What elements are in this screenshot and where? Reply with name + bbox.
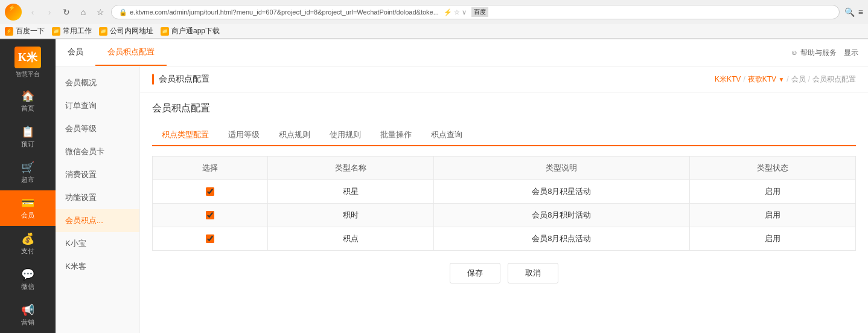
home-icon: 🏠: [21, 89, 34, 103]
col-header-name: 类型名称: [267, 157, 433, 180]
top-nav: 会员 会员积点配置 ☺ 帮助与服务 显示: [56, 39, 868, 66]
cell-status-3: 启用: [690, 227, 856, 251]
sub-sidebar-overview[interactable]: 会员概况: [56, 71, 139, 94]
forward-button[interactable]: ›: [43, 6, 56, 18]
cell-name-2: 积时: [267, 204, 433, 227]
page-title: 会员积点配置: [159, 74, 209, 85]
breadcrumb-sep2: /: [787, 75, 788, 83]
sub-sidebar-wechat-card[interactable]: 微信会员卡: [56, 140, 139, 163]
payment-label: 支付: [21, 247, 34, 256]
supermarket-label: 超市: [21, 175, 34, 184]
cell-desc-3: 会员8月积点活动: [433, 227, 689, 251]
help-button[interactable]: ☺ 帮助与服务: [791, 48, 837, 58]
sidebar: K米 智慧平台 🏠 首页 📋 预订 🛒 超市 💳 会员 💰 支付: [0, 39, 56, 333]
url-bar[interactable]: 🔒 e.ktvme.com/admin/jump/tourl.html?menu…: [111, 5, 840, 19]
sidebar-item-supermarket[interactable]: 🛒 超市: [0, 155, 56, 190]
tab-apply-level[interactable]: 适用等级: [219, 124, 269, 145]
cell-status-2: 启用: [690, 204, 856, 227]
tab-points-type[interactable]: 积点类型配置: [152, 124, 219, 145]
back-button[interactable]: ‹: [27, 6, 39, 18]
sub-sidebar-k-treasure[interactable]: K小宝: [56, 232, 139, 255]
sidebar-item-home[interactable]: 🏠 首页: [0, 83, 56, 119]
data-table: 选择 类型名称 类型说明 类型状态: [152, 156, 856, 251]
sub-sidebar-consume-settings[interactable]: 消费设置: [56, 163, 139, 186]
checkbox-row2[interactable]: [206, 211, 214, 219]
page-header: 会员积点配置 K米KTV / 夜歌KTV ▼ / 会员 / 会员积点配置: [140, 66, 868, 92]
browser-chrome: ⚡ ‹ › ↻ ⌂ ☆ 🔒 e.ktvme.com/admin/jump/tou…: [0, 0, 868, 39]
sub-sidebar-function-settings[interactable]: 功能设置: [56, 186, 139, 209]
col-header-select: 选择: [153, 157, 268, 180]
logo-icon: K米: [14, 47, 41, 68]
breadcrumb-sep3: /: [808, 75, 810, 83]
bookmark-common-work[interactable]: 📁 常用工作: [52, 26, 92, 36]
sidebar-item-payment[interactable]: 💰 支付: [0, 226, 56, 262]
title-bar-decoration: [152, 74, 154, 85]
booking-label: 预订: [21, 140, 34, 149]
content-area: 会员概况 订单查询 会员等级 微信会员卡 消费设置 功能设置 会: [56, 66, 868, 333]
main-area: 会员 会员积点配置 ☺ 帮助与服务 显示 会员概况 订单查询: [56, 39, 868, 333]
display-button[interactable]: 显示: [844, 48, 858, 58]
common-work-icon: 📁: [52, 27, 60, 36]
home-button[interactable]: ⌂: [77, 6, 89, 18]
cell-checkbox-3: [153, 227, 268, 251]
breadcrumb-ktv[interactable]: K米KTV: [715, 74, 741, 85]
breadcrumb-night-ktv[interactable]: 夜歌KTV ▼: [748, 74, 785, 85]
sidebar-item-marketing[interactable]: 📢 营销: [0, 297, 56, 333]
breadcrumb-sep1: /: [743, 75, 745, 83]
sub-sidebar-points-config[interactable]: 会员积点...: [56, 209, 139, 232]
supermarket-icon: 🛒: [21, 161, 34, 174]
cell-checkbox-1: [153, 180, 268, 204]
content-inner: 会员积点配置 积点类型配置 适用等级 积点规则 使用规则: [140, 92, 868, 293]
table-row: 积点 会员8月积点活动 启用: [153, 227, 856, 251]
tab-member-points-config[interactable]: 会员积点配置: [95, 39, 167, 66]
tab-batch-op[interactable]: 批量操作: [371, 124, 421, 145]
member-icon: 💳: [21, 196, 34, 210]
sub-sidebar: 会员概况 订单查询 会员等级 微信会员卡 消费设置 功能设置 会: [56, 66, 140, 333]
checkbox-row1[interactable]: [206, 187, 214, 196]
col-header-desc: 类型说明: [433, 157, 689, 180]
bookmark-baidu[interactable]: ⚡ 百度一下: [5, 26, 45, 36]
tab-points-rule[interactable]: 积点规则: [269, 124, 320, 145]
sidebar-item-member[interactable]: 💳 会员: [0, 190, 56, 226]
tab-member[interactable]: 会员: [56, 39, 95, 66]
breadcrumb: K米KTV / 夜歌KTV ▼ / 会员 / 会员积点配置: [715, 74, 856, 85]
cell-checkbox-2: [153, 204, 268, 227]
sub-sidebar-orders[interactable]: 订单查询: [56, 94, 139, 117]
action-buttons: 保存 取消: [152, 263, 856, 283]
page-title-area: 会员积点配置: [152, 74, 209, 85]
wechat-label: 微信: [21, 282, 34, 291]
sub-sidebar-k-rice[interactable]: K米客: [56, 255, 139, 278]
sub-sidebar-levels[interactable]: 会员等级: [56, 117, 139, 140]
col-header-status: 类型状态: [690, 157, 856, 180]
booking-icon: 📋: [21, 125, 34, 138]
tab-use-rule[interactable]: 使用规则: [320, 124, 371, 145]
breadcrumb-member: 会员: [791, 74, 806, 85]
bookmark-merchant-app[interactable]: 📁 商户通app下载: [161, 26, 220, 36]
payment-icon: 💰: [21, 232, 34, 245]
cell-desc-2: 会员8月积时活动: [433, 204, 689, 227]
logo-subtitle: 智慧平台: [16, 70, 40, 79]
cancel-button[interactable]: 取消: [508, 263, 558, 283]
tab-points-query[interactable]: 积点查询: [421, 124, 472, 145]
page-content: 会员积点配置 K米KTV / 夜歌KTV ▼ / 会员 / 会员积点配置: [140, 66, 868, 333]
refresh-button[interactable]: ↻: [60, 6, 72, 18]
table-row: 积时 会员8月积时活动 启用: [153, 204, 856, 227]
marketing-icon: 📢: [21, 303, 34, 317]
app-container: K米 智慧平台 🏠 首页 📋 预订 🛒 超市 💳 会员 💰 支付: [0, 39, 868, 333]
sidebar-logo: K米 智慧平台: [14, 39, 41, 83]
bookmark-company-addr[interactable]: 📁 公司内网地址: [99, 26, 153, 36]
baidu-label: 百度: [471, 7, 488, 17]
checkbox-row3[interactable]: [206, 234, 214, 243]
member-label: 会员: [21, 211, 34, 220]
save-button[interactable]: 保存: [450, 263, 500, 283]
sidebar-item-booking[interactable]: 📋 预订: [0, 119, 56, 155]
cell-name-1: 积星: [267, 180, 433, 204]
sidebar-item-wechat[interactable]: 💬 微信: [0, 262, 56, 297]
search-button[interactable]: 🔍: [844, 7, 855, 17]
company-addr-icon: 📁: [99, 27, 107, 36]
bookmarks-bar: ⚡ 百度一下 📁 常用工作 📁 公司内网地址 📁 商户通app下载: [0, 24, 868, 39]
menu-button[interactable]: ≡: [858, 7, 863, 17]
bookmark-button[interactable]: ☆: [94, 6, 106, 18]
browser-actions: 🔍 ≡: [844, 7, 863, 17]
merchant-app-icon: 📁: [161, 27, 169, 36]
